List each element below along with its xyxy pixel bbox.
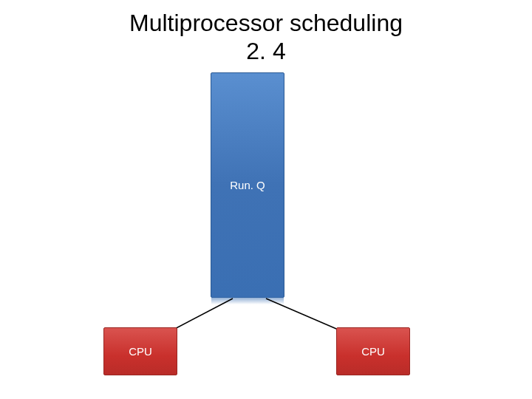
slide-title: Multiprocessor scheduling 2. 4 <box>0 9 532 66</box>
cpu-right-label: CPU <box>361 345 385 358</box>
cpu-left-label: CPU <box>129 345 152 358</box>
run-queue-label: Run. Q <box>230 179 265 191</box>
title-line-1: Multiprocessor scheduling <box>0 9 532 37</box>
run-queue-box: Run. Q <box>211 72 284 298</box>
title-line-2: 2. 4 <box>0 37 532 65</box>
cpu-box-left: CPU <box>103 327 177 375</box>
cpu-box-right: CPU <box>336 327 410 375</box>
